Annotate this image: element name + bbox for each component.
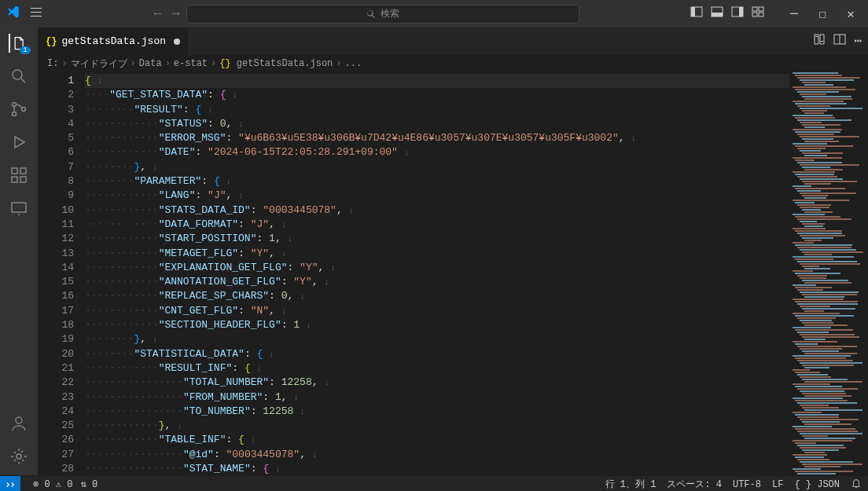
svg-rect-16: [20, 177, 26, 182]
line-gutter: 1234567891011121314151617181920212223242…: [38, 72, 85, 475]
title-bar: ← → 検索 ─ ☐ ✕: [0, 0, 868, 27]
svg-rect-17: [20, 168, 26, 174]
problems-button[interactable]: ⊗ 0 ⚠ 0: [33, 478, 72, 490]
notifications-icon[interactable]: [851, 478, 862, 492]
scm-icon[interactable]: [9, 100, 28, 119]
remote-icon[interactable]: [9, 199, 28, 218]
language-button[interactable]: { } JSON: [794, 479, 840, 490]
svg-point-12: [13, 112, 17, 116]
layout-left-icon[interactable]: [690, 5, 703, 22]
svg-point-10: [13, 70, 22, 79]
breadcrumbs[interactable]: I:›マイドライブ›Data›e-stat›{} getStatsData.js…: [38, 55, 868, 72]
explorer-badge: 1: [20, 46, 31, 54]
svg-rect-7: [759, 7, 763, 11]
activity-bar: 1: [0, 27, 38, 475]
tab-filename: getStatsData.json: [61, 35, 166, 47]
vscode-icon: [6, 5, 20, 23]
nav-forward-icon[interactable]: →: [172, 7, 180, 21]
svg-point-20: [16, 417, 22, 423]
json-icon: {}: [46, 36, 57, 47]
tab-bar: {} getStatsData.json ⋯: [38, 27, 868, 55]
cursor-position[interactable]: 行 1、列 1: [605, 478, 657, 491]
ports-button[interactable]: ⇅ 0: [80, 478, 97, 490]
svg-rect-1: [691, 7, 695, 16]
svg-rect-5: [739, 7, 743, 16]
layout-right-icon[interactable]: [731, 5, 744, 22]
svg-rect-9: [759, 13, 763, 16]
modified-indicator: [174, 38, 180, 45]
svg-rect-14: [12, 168, 17, 174]
status-bar: ⊗ 0 ⚠ 0 ⇅ 0 行 1、列 1 スペース: 4 UTF-8 LF { }…: [0, 475, 868, 491]
encoding-button[interactable]: UTF-8: [733, 479, 761, 490]
indent-button[interactable]: スペース: 4: [667, 478, 722, 491]
svg-rect-18: [12, 203, 26, 212]
search-icon[interactable]: [9, 67, 28, 86]
svg-point-21: [17, 454, 21, 459]
nav-back-icon[interactable]: ←: [153, 7, 161, 21]
debug-icon[interactable]: [9, 133, 28, 152]
svg-rect-15: [12, 177, 17, 182]
explorer-icon[interactable]: 1: [9, 34, 28, 53]
minimap[interactable]: [789, 72, 868, 475]
file-tab[interactable]: {} getStatsData.json: [38, 27, 189, 55]
svg-point-11: [13, 103, 17, 107]
maximize-icon[interactable]: ☐: [811, 6, 833, 22]
close-icon[interactable]: ✕: [840, 6, 862, 22]
remote-button[interactable]: [0, 476, 20, 492]
svg-rect-8: [752, 13, 757, 16]
layout-bottom-icon[interactable]: [711, 5, 723, 22]
menu-icon[interactable]: [30, 5, 42, 22]
account-icon[interactable]: [9, 414, 28, 433]
compare-icon[interactable]: [813, 33, 826, 49]
layout-custom-icon[interactable]: [752, 5, 764, 22]
settings-icon[interactable]: [9, 447, 28, 466]
split-icon[interactable]: [833, 33, 846, 49]
svg-point-19: [18, 214, 20, 215]
code-area[interactable]: { ↓····"GET_STATS_DATA": { ↓········"RES…: [85, 72, 789, 475]
svg-rect-6: [752, 7, 757, 11]
eol-button[interactable]: LF: [772, 479, 783, 490]
extensions-icon[interactable]: [9, 166, 28, 185]
more-icon[interactable]: ⋯: [854, 33, 862, 49]
svg-rect-3: [712, 13, 723, 16]
minimize-icon[interactable]: ─: [783, 6, 805, 22]
search-placeholder: 検索: [381, 7, 399, 20]
search-input[interactable]: 検索: [186, 5, 579, 24]
